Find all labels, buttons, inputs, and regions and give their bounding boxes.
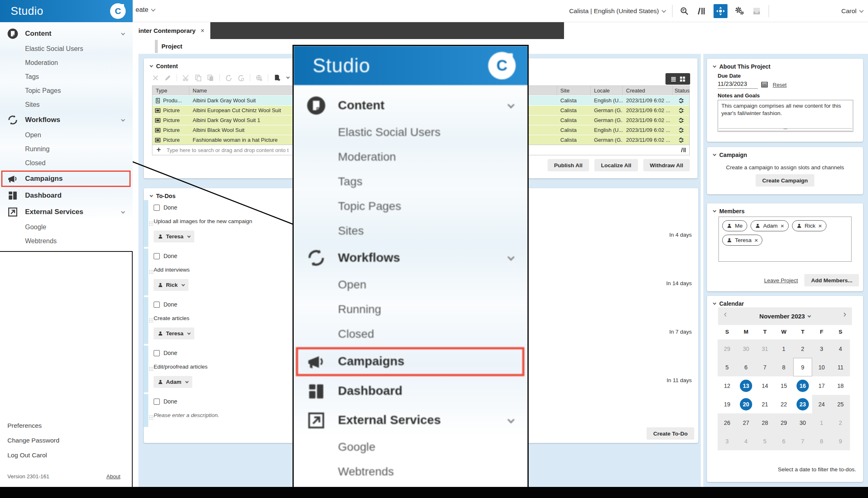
withdraw-all-button[interactable]: Withdraw All [643, 159, 690, 171]
calendar-picker-icon[interactable] [761, 81, 768, 88]
search-content-icon[interactable] [679, 6, 690, 16]
todo-description[interactable]: Upload all images for the new campaign [154, 218, 252, 224]
menu-section-content[interactable]: Content [294, 91, 528, 120]
calendar-day[interactable]: 15 [774, 376, 793, 395]
add-members-button[interactable]: Add Members... [804, 274, 859, 286]
column-header-created[interactable]: Created [623, 86, 673, 95]
menu-item-topic-pages[interactable]: Topic Pages [294, 194, 528, 219]
calendar-day[interactable]: 25 [831, 395, 850, 413]
calendar-day[interactable]: 1 [812, 413, 831, 432]
menu-section-campaigns[interactable]: Campaigns [294, 346, 528, 377]
menu-section-dashboard[interactable]: Dashboard [0, 187, 133, 204]
calendar-day[interactable]: 14 [755, 376, 774, 395]
calendar-day[interactable]: 12 [718, 376, 737, 395]
calendar-day[interactable]: 29 [718, 339, 737, 358]
member-chip-teresa[interactable]: Teresa× [722, 235, 762, 246]
edit-icon[interactable] [164, 74, 171, 81]
calendar-day[interactable]: 31 [755, 339, 774, 358]
calendar-day[interactable]: 7 [793, 432, 812, 450]
menu-footer-link-preferences[interactable]: Preferences [0, 418, 132, 433]
calendar-day[interactable]: 30 [793, 413, 812, 432]
calendar-day[interactable]: 27 [737, 413, 755, 432]
calendar-day[interactable]: 7 [755, 358, 774, 376]
next-month-icon[interactable]: › [843, 309, 846, 320]
menu-item-google[interactable]: Google [0, 220, 133, 234]
menu-item-sites[interactable]: Sites [0, 98, 133, 112]
menu-item-sites[interactable]: Sites [294, 219, 528, 243]
column-header-locale[interactable]: Locale [591, 86, 623, 95]
about-link[interactable]: About [106, 473, 120, 480]
column-header-status[interactable]: Status [673, 86, 690, 95]
create-campaign-button[interactable]: Create Campaign [755, 174, 814, 187]
calendar-day[interactable]: 11 [831, 358, 850, 376]
menu-item-google[interactable]: Google [294, 435, 528, 460]
done-checkbox[interactable] [154, 302, 160, 308]
menu-item-moderation[interactable]: Moderation [294, 145, 528, 169]
menu-item-closed[interactable]: Closed [0, 156, 133, 170]
member-chip-me[interactable]: Me [722, 220, 747, 231]
assignee-chip[interactable]: Rick [154, 279, 189, 291]
calendar-day[interactable]: 5 [755, 432, 774, 450]
menu-section-external-services[interactable]: External Services [0, 204, 133, 220]
remove-member-icon[interactable]: × [781, 223, 784, 229]
drag-handle-icon[interactable] [149, 270, 150, 271]
inbox-icon[interactable] [751, 6, 762, 16]
calendar-day[interactable]: 5 [718, 358, 737, 376]
calendar-day[interactable]: 4 [737, 432, 755, 450]
menu-item-tags[interactable]: Tags [294, 169, 528, 194]
menu-section-workflows[interactable]: Workflows [294, 243, 528, 272]
publish-state-icon[interactable] [225, 74, 232, 81]
leave-project-link[interactable]: Leave Project [764, 277, 798, 284]
settings-icon[interactable] [734, 6, 745, 16]
members-panel-header[interactable]: Members [713, 208, 744, 214]
calendar-day[interactable]: 17 [812, 376, 831, 395]
member-chip-rick[interactable]: Rick× [792, 220, 827, 231]
content-panel-header[interactable]: Content [150, 63, 178, 69]
calendar-day[interactable]: 2 [831, 413, 850, 432]
drag-handle-icon[interactable] [149, 415, 150, 416]
menu-item-closed[interactable]: Closed [294, 322, 528, 346]
calendar-day[interactable]: 16 [793, 376, 812, 395]
remove-icon[interactable] [152, 74, 159, 81]
publish-schedule-icon[interactable] [237, 74, 244, 81]
menu-item-running[interactable]: Running [0, 142, 133, 156]
calendar-day[interactable]: 24 [812, 395, 831, 413]
campaign-panel-header[interactable]: Campaign [713, 152, 747, 158]
calendar-day[interactable]: 19 [718, 395, 737, 413]
calendar-day[interactable]: 13 [737, 376, 755, 395]
todo-description[interactable]: Please enter a description. [154, 412, 219, 418]
calendar-day[interactable]: 1 [774, 339, 793, 358]
assignee-chip[interactable]: Teresa [154, 231, 194, 242]
cut-icon[interactable] [182, 74, 189, 81]
calendar-day[interactable]: 29 [774, 413, 793, 432]
previous-month-icon[interactable]: ‹ [724, 309, 727, 320]
todos-panel-header[interactable]: To-Dos [150, 193, 175, 199]
assignee-chip[interactable]: Teresa [154, 327, 194, 339]
workspace-icon[interactable] [714, 4, 728, 18]
create-todo-button[interactable]: Create To-Do [647, 427, 694, 440]
todo-description[interactable]: Create articles [154, 315, 189, 321]
create-button[interactable]: eate [136, 6, 155, 14]
todo-description[interactable]: Add interviews [154, 267, 190, 273]
todo-description[interactable]: Edit/proofread articles [154, 364, 207, 370]
calendar-day[interactable]: 3 [812, 339, 831, 358]
calendar-day[interactable]: 30 [737, 339, 755, 358]
close-icon[interactable]: × [200, 27, 204, 35]
paste-icon[interactable] [207, 74, 214, 81]
done-checkbox[interactable] [154, 399, 160, 405]
menu-item-webtrends[interactable]: Webtrends [294, 460, 528, 484]
calendar-day[interactable]: 8 [774, 358, 793, 376]
resize-handle[interactable]: ••• [719, 128, 852, 131]
done-checkbox[interactable] [154, 205, 160, 211]
withdraw-icon[interactable] [256, 74, 262, 81]
about-panel-header[interactable]: About This Project [713, 63, 770, 70]
library-icon[interactable] [696, 6, 707, 16]
calendar-day[interactable]: 21 [755, 395, 774, 413]
menu-section-content[interactable]: Content [0, 25, 133, 42]
calendar-day[interactable]: 8 [812, 432, 831, 450]
menu-item-elastic-social-users[interactable]: Elastic Social Users [294, 120, 528, 145]
calendar-day[interactable]: 18 [831, 376, 850, 395]
calendar-day[interactable]: 28 [755, 413, 774, 432]
menu-item-moderation[interactable]: Moderation [0, 56, 133, 70]
calendar-day[interactable]: 9 [831, 432, 850, 450]
